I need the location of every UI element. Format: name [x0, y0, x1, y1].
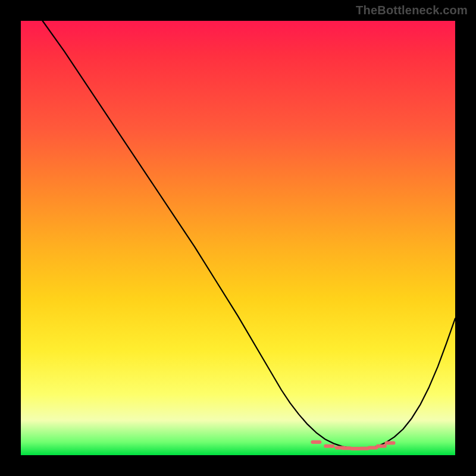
chart-frame: TheBottleneck.com — [0, 0, 476, 476]
minimum-band-markers — [312, 442, 393, 449]
watermark-text: TheBottleneck.com — [356, 4, 468, 17]
plot-area — [21, 21, 455, 455]
bottleneck-curve — [43, 21, 456, 449]
chart-svg — [21, 21, 455, 455]
